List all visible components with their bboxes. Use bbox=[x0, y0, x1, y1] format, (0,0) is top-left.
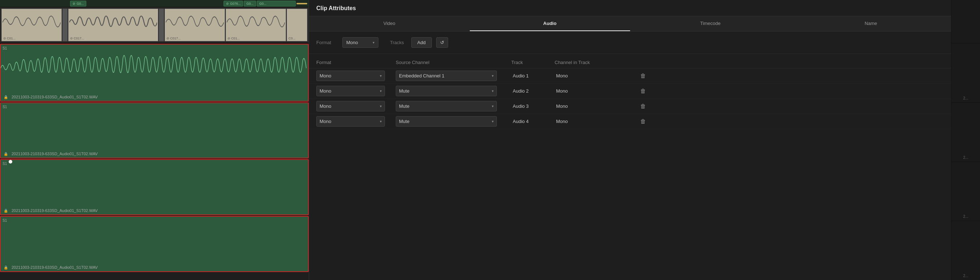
header-format: Format bbox=[316, 60, 396, 65]
audio-track-2[interactable]: 🔒 20211003-210319-633SD_Audio01_S1T02.WA… bbox=[0, 102, 309, 158]
row3-track-cell: Audio 3 bbox=[511, 104, 555, 109]
tab-audio[interactable]: Audio bbox=[470, 16, 630, 31]
track-3-label: 20211003-210319-633SD_Audio01_S1T02.WAV bbox=[11, 208, 98, 213]
row4-track-cell: Audio 4 bbox=[511, 118, 555, 124]
video-clip-4-label: ⊘ C01... bbox=[226, 36, 286, 41]
tab-name[interactable]: Name bbox=[791, 16, 951, 31]
row4-delete-button[interactable]: 🗑 bbox=[634, 118, 652, 125]
audio-tracks-area: 🔒 20211003-210319-633SD_Audio01_S1T02.WA… bbox=[0, 43, 309, 280]
row3-source-value: Mute bbox=[399, 104, 409, 109]
header-channel-in-track: Channel in Track bbox=[555, 60, 634, 65]
top-clip-label-2: G076... bbox=[230, 2, 241, 5]
row1-format-value: Mono bbox=[320, 73, 331, 78]
row2-channel-cell: Mono bbox=[555, 88, 634, 94]
track-3-marker bbox=[9, 160, 12, 163]
row3-delete-button[interactable]: 🗑 bbox=[634, 103, 652, 110]
format-select[interactable]: Mono ▾ bbox=[342, 37, 379, 48]
track-3-lock-icon: 🔒 bbox=[3, 209, 8, 213]
video-tracks-area: ⊘ G0... ⊘ G076... G0... G0... bbox=[0, 0, 309, 43]
panel-title: Clip Attributes bbox=[309, 0, 951, 16]
link-icon-top: ⊘ bbox=[73, 2, 75, 5]
table-row: Mono ▾ Mute ▾ Audio 2 Mono 🗑 bbox=[309, 83, 951, 99]
row4-format-arrow: ▾ bbox=[380, 119, 382, 123]
row1-format-cell: Mono ▾ bbox=[316, 70, 396, 81]
row2-source-cell: Mute ▾ bbox=[396, 86, 511, 96]
format-dropdown-arrow: ▾ bbox=[373, 40, 374, 45]
row4-format-select[interactable]: Mono ▾ bbox=[316, 116, 385, 126]
audio-track-1[interactable]: 🔒 20211003-210319-633SD_Audio01_S1T02.WA… bbox=[0, 44, 309, 102]
top-clip-g0[interactable]: ⊘ G0... bbox=[70, 1, 86, 6]
video-clip-2[interactable]: ⊘ C017... bbox=[68, 9, 158, 41]
row4-source-select[interactable]: Mute ▾ bbox=[396, 116, 497, 126]
end-marker-4: 2... bbox=[951, 221, 980, 280]
track-2-lock-icon: 🔒 bbox=[3, 152, 8, 156]
row3-format-select[interactable]: Mono ▾ bbox=[316, 101, 385, 111]
video-clip-4[interactable]: ⊘ C01... bbox=[226, 9, 286, 41]
header-track: Track bbox=[511, 60, 555, 65]
tabs-container: Video Audio Timecode Name bbox=[309, 16, 951, 32]
track-1-lock-icon: 🔒 bbox=[3, 95, 8, 99]
table-row: Mono ▾ Mute ▾ Audio 3 Mono 🗑 bbox=[309, 99, 951, 114]
right-panel-edge: 2... 2... 2... 2... bbox=[951, 0, 980, 280]
row1-source-arrow: ▾ bbox=[492, 74, 493, 78]
track-1-number: S1 bbox=[3, 46, 7, 50]
refresh-button[interactable]: ↺ bbox=[436, 37, 448, 48]
row2-source-value: Mute bbox=[399, 88, 409, 94]
track-separator-2 bbox=[159, 9, 164, 41]
track-2-number: S1 bbox=[3, 105, 7, 109]
svg-rect-0 bbox=[1, 45, 308, 92]
row4-format-cell: Mono ▾ bbox=[316, 116, 396, 126]
header-actions bbox=[634, 60, 652, 65]
top-clip-g0-3[interactable]: G0... bbox=[257, 1, 296, 6]
row2-delete-button[interactable]: 🗑 bbox=[634, 88, 652, 94]
row1-source-value: Embedded Channel 1 bbox=[399, 73, 444, 78]
top-clip-g0-2[interactable]: G0... bbox=[244, 1, 256, 6]
row1-delete-button[interactable]: 🗑 bbox=[634, 73, 652, 79]
audio-track-3[interactable]: 🔒 20211003-210319-633SD_Audio01_S1T02.WA… bbox=[0, 159, 309, 215]
row2-format-arrow: ▾ bbox=[380, 89, 382, 93]
add-button[interactable]: Add bbox=[411, 37, 432, 48]
row3-format-cell: Mono ▾ bbox=[316, 101, 396, 111]
audio-track-4[interactable]: 🔒 20211003-210319-633SD_Audio01_S1T02.WA… bbox=[0, 216, 309, 272]
video-clip-3[interactable]: ⊘ C017... bbox=[165, 9, 225, 41]
row4-format-value: Mono bbox=[320, 118, 331, 124]
track-4-number: S1 bbox=[3, 219, 7, 222]
row2-format-value: Mono bbox=[320, 88, 331, 94]
row4-source-cell: Mute ▾ bbox=[396, 116, 511, 126]
row1-channel-cell: Mono bbox=[555, 73, 634, 78]
video-clip-2-label: ⊘ C017... bbox=[68, 36, 158, 41]
track-4-label: 20211003-210319-633SD_Audio01_S1T02.WAV bbox=[11, 265, 98, 269]
row3-source-select[interactable]: Mute ▾ bbox=[396, 101, 497, 111]
top-clip-label-4: G0... bbox=[259, 2, 266, 5]
top-clip-yellow[interactable] bbox=[296, 3, 307, 4]
row3-channel-cell: Mono bbox=[555, 104, 634, 109]
row2-format-select[interactable]: Mono ▾ bbox=[316, 86, 385, 96]
row2-source-arrow: ▾ bbox=[492, 89, 493, 93]
format-value: Mono bbox=[346, 40, 358, 45]
row1-format-select[interactable]: Mono ▾ bbox=[316, 70, 385, 81]
row1-format-arrow: ▾ bbox=[380, 74, 382, 78]
channel-table: Format Source Channel Track Channel in T… bbox=[309, 54, 951, 280]
end-marker-2: 2... bbox=[951, 103, 980, 162]
track-3-number: S1 bbox=[3, 162, 7, 166]
top-clip-g076[interactable]: ⊘ G076... bbox=[224, 1, 243, 6]
top-clip-label-3: G0... bbox=[246, 2, 253, 5]
video-clip-1[interactable]: ⊘ C01... bbox=[2, 9, 62, 41]
row3-source-cell: Mute ▾ bbox=[396, 101, 511, 111]
row4-source-value: Mute bbox=[399, 118, 409, 124]
audio-waveform-1 bbox=[1, 45, 308, 92]
table-header: Format Source Channel Track Channel in T… bbox=[309, 57, 951, 68]
video-clip-5[interactable]: C0... bbox=[287, 9, 307, 41]
row1-track-cell: Audio 1 bbox=[511, 73, 555, 78]
row1-source-select[interactable]: Embedded Channel 1 ▾ bbox=[396, 70, 497, 81]
video-clip-3-label: ⊘ C017... bbox=[165, 36, 224, 41]
row3-format-value: Mono bbox=[320, 104, 331, 109]
tab-video[interactable]: Video bbox=[309, 16, 470, 31]
row1-source-cell: Embedded Channel 1 ▾ bbox=[396, 70, 511, 81]
top-clip-label-1: G0... bbox=[76, 2, 84, 5]
row2-format-cell: Mono ▾ bbox=[316, 86, 396, 96]
table-row: Mono ▾ Mute ▾ Audio 4 Mono 🗑 bbox=[309, 114, 951, 129]
row2-source-select[interactable]: Mute ▾ bbox=[396, 86, 497, 96]
tab-timecode[interactable]: Timecode bbox=[630, 16, 791, 31]
end-marker-3: 2... bbox=[951, 162, 980, 221]
